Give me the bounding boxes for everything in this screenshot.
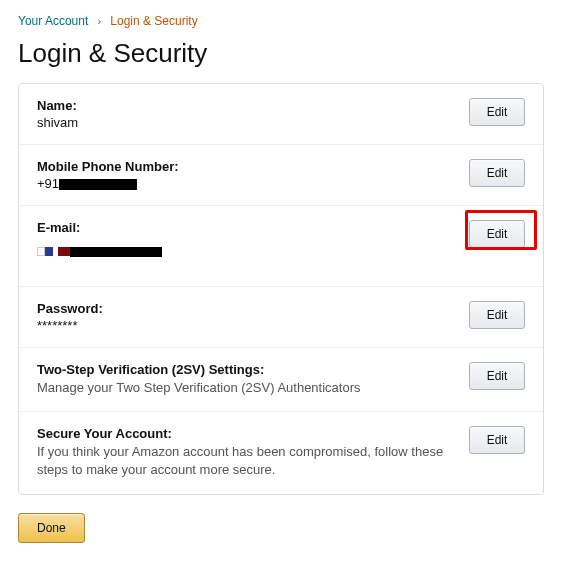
edit-email-button[interactable]: Edit [469, 220, 525, 248]
twostep-desc: Manage your Two Step Verification (2SV) … [37, 379, 449, 397]
row-twostep: Two-Step Verification (2SV) Settings: Ma… [19, 348, 543, 412]
breadcrumb: Your Account › Login & Security [18, 14, 544, 28]
password-value: ******** [37, 318, 449, 333]
edit-name-button[interactable]: Edit [469, 98, 525, 126]
edit-twostep-button[interactable]: Edit [469, 362, 525, 390]
phone-label: Mobile Phone Number: [37, 159, 449, 174]
row-email: E-mail: Edit [19, 206, 543, 287]
breadcrumb-parent-link[interactable]: Your Account [18, 14, 88, 28]
phone-prefix: +91 [37, 176, 59, 191]
email-strip-blue [45, 247, 53, 256]
login-security-settings: Name: shivam Edit Mobile Phone Number: +… [18, 83, 544, 495]
email-redacted [70, 247, 162, 257]
email-strip-red [58, 247, 70, 256]
phone-redacted [59, 179, 137, 190]
row-secure: Secure Your Account: If you think your A… [19, 412, 543, 493]
phone-value: +91 [37, 176, 449, 191]
name-label: Name: [37, 98, 449, 113]
page-title: Login & Security [18, 38, 544, 69]
twostep-label: Two-Step Verification (2SV) Settings: [37, 362, 449, 377]
done-button[interactable]: Done [18, 513, 85, 543]
email-label: E-mail: [37, 220, 449, 235]
breadcrumb-current: Login & Security [110, 14, 197, 28]
secure-desc: If you think your Amazon account has bee… [37, 443, 449, 479]
row-phone: Mobile Phone Number: +91 Edit [19, 145, 543, 206]
name-value: shivam [37, 115, 449, 130]
secure-label: Secure Your Account: [37, 426, 449, 441]
edit-password-button[interactable]: Edit [469, 301, 525, 329]
email-value [37, 243, 449, 258]
row-password: Password: ******** Edit [19, 287, 543, 348]
edit-secure-button[interactable]: Edit [469, 426, 525, 454]
edit-phone-button[interactable]: Edit [469, 159, 525, 187]
row-name: Name: shivam Edit [19, 84, 543, 145]
email-strip-white [37, 247, 45, 256]
password-label: Password: [37, 301, 449, 316]
breadcrumb-separator: › [98, 16, 101, 27]
